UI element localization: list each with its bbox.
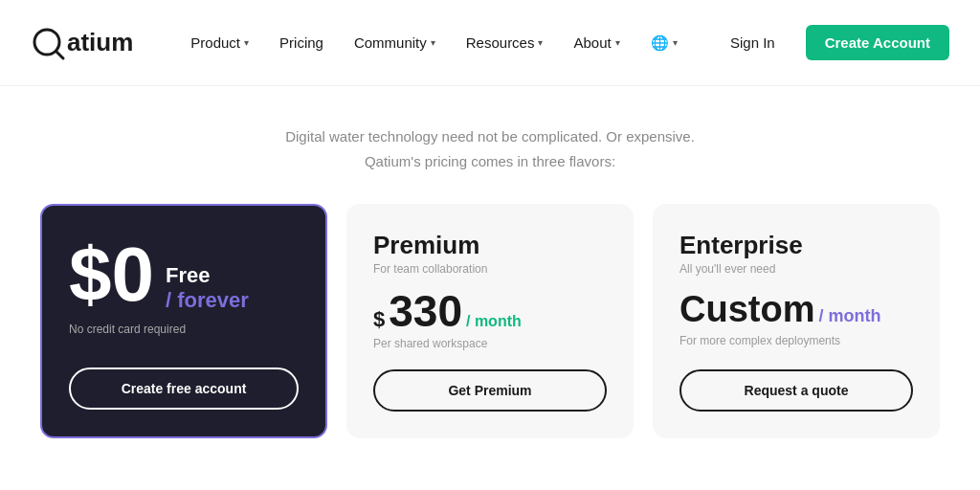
chevron-down-icon: ▾ bbox=[615, 37, 620, 48]
create-free-account-button[interactable]: Create free account bbox=[69, 368, 299, 410]
premium-subtitle: For team collaboration bbox=[373, 262, 607, 276]
chevron-down-icon: ▾ bbox=[538, 37, 543, 48]
pricing-section: $0 Free / forever No credit card require… bbox=[0, 196, 980, 469]
nav-item-resources[interactable]: Resources ▾ bbox=[455, 27, 555, 58]
premium-period: / month bbox=[466, 313, 522, 330]
enterprise-period: / month bbox=[818, 306, 880, 326]
nav-item-globe[interactable]: 🌐 ▾ bbox=[639, 27, 689, 59]
forever-word: / forever bbox=[166, 288, 249, 313]
svg-line-1 bbox=[56, 52, 63, 58]
logo-text: atium bbox=[67, 28, 133, 57]
free-word: Free bbox=[166, 263, 249, 288]
premium-price-row: $ 330 / month bbox=[373, 289, 607, 333]
nav-item-about[interactable]: About ▾ bbox=[562, 27, 631, 58]
get-premium-button[interactable]: Get Premium bbox=[373, 369, 607, 412]
free-price-row: $0 Free / forever bbox=[69, 236, 299, 313]
premium-card: Premium For team collaboration $ 330 / m… bbox=[346, 204, 634, 438]
nav-item-pricing[interactable]: Pricing bbox=[268, 27, 335, 58]
free-price: $0 bbox=[69, 236, 154, 313]
nav-actions: Sign In Create Account bbox=[715, 25, 949, 60]
navbar: atium Product ▾ Pricing Community ▾ Reso… bbox=[0, 0, 980, 86]
free-card: $0 Free / forever No credit card require… bbox=[40, 204, 327, 438]
nav-item-community[interactable]: Community ▾ bbox=[343, 27, 447, 58]
enterprise-desc: For more complex deployments bbox=[679, 334, 913, 347]
nav-links: Product ▾ Pricing Community ▾ Resources … bbox=[179, 27, 715, 59]
chevron-down-icon: ▾ bbox=[673, 37, 678, 48]
sign-in-button[interactable]: Sign In bbox=[715, 27, 791, 58]
enterprise-subtitle: All you'll ever need bbox=[679, 262, 913, 276]
enterprise-title: Enterprise bbox=[679, 231, 913, 260]
premium-title: Premium bbox=[373, 231, 607, 260]
premium-amount: 330 bbox=[389, 289, 462, 333]
logo[interactable]: atium bbox=[31, 26, 133, 60]
globe-icon: 🌐 bbox=[651, 34, 669, 52]
request-quote-button[interactable]: Request a quote bbox=[679, 369, 913, 412]
enterprise-card: Enterprise All you'll ever need Custom /… bbox=[653, 204, 940, 438]
enterprise-custom-label: Custom bbox=[679, 289, 814, 330]
free-label: Free / forever bbox=[166, 263, 249, 313]
chevron-down-icon: ▾ bbox=[431, 37, 435, 48]
logo-icon bbox=[31, 26, 65, 60]
premium-per: Per shared workspace bbox=[373, 337, 607, 350]
create-account-button[interactable]: Create Account bbox=[806, 25, 949, 60]
chevron-down-icon: ▾ bbox=[244, 37, 249, 48]
premium-dollar: $ bbox=[373, 307, 385, 332]
hero-line2: Qatium's pricing comes in three flavors: bbox=[31, 149, 949, 174]
hero-line1: Digital water technology need not be com… bbox=[31, 124, 949, 149]
hero-section: Digital water technology need not be com… bbox=[0, 86, 980, 196]
enterprise-price-row: Custom / month bbox=[679, 289, 913, 330]
nav-item-product[interactable]: Product ▾ bbox=[179, 27, 260, 58]
no-cc-text: No credit card required bbox=[69, 323, 299, 336]
